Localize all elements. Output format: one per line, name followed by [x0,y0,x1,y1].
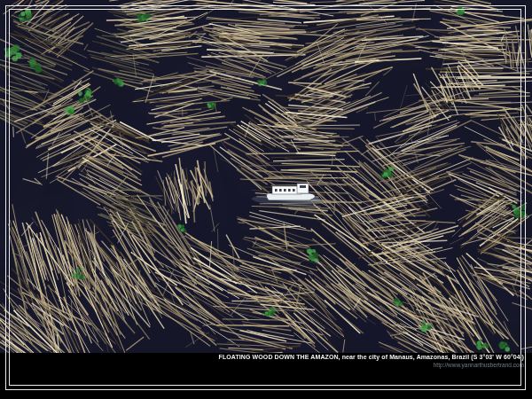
photo-caption: FLOATING WOOD DOWN THE AMAZON, near the … [219,354,524,368]
caption-url: http://www.yannarthusbertrand.com [219,362,524,368]
wallpaper: FLOATING WOOD DOWN THE AMAZON, near the … [0,0,532,399]
amazon-photo-canvas [0,0,532,399]
caption-title: FLOATING WOOD DOWN THE AMAZON, near the … [219,354,524,361]
